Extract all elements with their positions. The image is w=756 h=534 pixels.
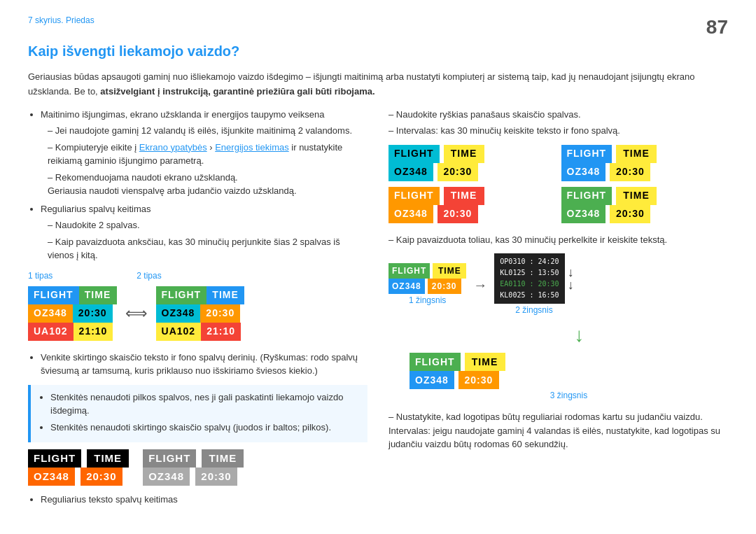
link-energijos: Energijos tiekimas [215,142,289,153]
fb-cell: TIME [616,187,657,205]
step-down-arrow: ↓ [430,321,728,350]
step-arrow-icon: → [473,274,487,295]
fb-cell: 20:30 [458,371,499,389]
step1-board: FLIGHT TIME OZ348 20:30 [388,263,466,294]
step2-item3: EA0110 : 20:30 [500,279,559,290]
flight-board-type1: FLIGHT TIME OZ348 20:30 UA102 21:10 [28,286,117,341]
fb-cell: FLIGHT [561,187,612,205]
flight-board-gray: FLIGHT TIME OZ348 20:30 [143,449,244,486]
bullet-skaiscio: Venkite skirtingo skaisčio teksto ir fon… [41,351,368,378]
fb-cell: 20:30 [200,304,240,323]
right-note-2: Intervalas: kas 30 minučių keiskite teks… [388,124,728,138]
steps-note-list: Kaip pavaizduota toliau, kas 30 minučių … [388,233,728,247]
step3-board: FLIGHT TIME OZ348 20:30 [410,353,505,389]
main-title: Kaip išvengti liekamojo vaizdo? [28,41,728,62]
color-board-2: FLIGHT TIME OZ348 20:30 [561,145,729,181]
fb-cell: 21:10 [201,323,241,341]
last-note-list: Nustatykite, kad logotipas būtų reguliar… [388,410,728,451]
color-board-1: FLIGHT TIME OZ348 20:30 [388,145,556,181]
sub-spalvu-2: Kaip pavaizduota anksčiau, kas 30 minuči… [48,235,368,262]
fb-cell: FLIGHT [388,263,430,279]
fb-cell: FLIGHT [410,353,461,371]
fb-cell: TIME [444,145,484,163]
last-note: Nustatykite, kad logotipas būtų reguliar… [388,410,728,451]
step2-block: OP0310 : 24:20 KL0125 : 13:50 EA0110 : 2… [494,253,573,316]
step-row-12: FLIGHT TIME OZ348 20:30 1 žingsnis [388,253,728,316]
fb-cell: FLIGHT [388,145,440,163]
color-board-4: FLIGHT TIME OZ348 20:30 [561,187,729,223]
fb-cell-gray-flight: FLIGHT [143,449,196,468]
info-box-list: Stenkitės nenaudoti pilkos spalvos, nes … [39,391,359,435]
breadcrumb: 7 skyrius. Priedas [28,14,728,27]
step2-item2: KL0125 : 13:50 [500,267,559,279]
right-note-1: Naudokite ryškias panašaus skaisčio spal… [388,108,728,122]
sub-item-3: Rekomenduojama naudoti ekrano užsklandą.… [48,171,368,198]
bottom-boards: FLIGHT TIME OZ348 20:30 FLIGHT [28,449,368,486]
fb-cell: FLIGHT [388,187,440,205]
step1-label: 1 žingsnis [409,294,446,307]
intro-text: Geriausias būdas apsaugoti gaminį nuo iš… [28,70,728,99]
page: 87 7 skyrius. Priedas Kaip išvengti liek… [0,0,756,534]
fb-cell: 20:30 [610,205,650,223]
right-dash-list: Naudokite ryškias panašaus skaisčio spal… [388,108,728,138]
down-arrows: ↓ ↓ [568,266,574,291]
fb-cell: UA102 [156,323,202,341]
fb-cell: TIME [616,145,657,163]
type-label-2: 2 tipas [136,269,161,282]
fb-cell-black-oz: OZ348 [28,468,75,486]
swap-arrow-icon: ⟺ [125,302,148,325]
right-column: Naudokite ryškias panašaus skaisčio spal… [388,108,728,514]
main-list: Maitinimo išjungimas, ekrano užsklanda i… [28,108,368,262]
sub-list-spalvu: Naudokite 2 spalvas. Kaip pavaizduota an… [41,218,368,262]
step2-label: 2 žingsnis [515,304,552,316]
steps-section: FLIGHT TIME OZ348 20:30 1 žingsnis [388,253,728,402]
flight-boards-row: FLIGHT TIME OZ348 20:30 UA102 21:10 ⟺ [28,286,368,341]
sub-spalvu-1: Naudokite 2 spalvas. [48,218,368,232]
fb-cell: OZ348 [388,205,433,223]
fb-cell: OZ348 [388,163,433,181]
fb-cell: 20:30 [438,205,478,223]
fb-cell: 20:30 [610,163,650,181]
sub-item-1: Jei naudojote gaminį 12 valandų iš eilės… [48,124,368,138]
bullet-maitinimo: Maitinimo išjungimas, ekrano užsklanda i… [41,108,368,198]
page-number: 87 [706,13,728,42]
fb-cell: TIME [206,286,244,304]
step2-item1: OP0310 : 24:20 [500,256,559,267]
fb-cell-gray-oz: OZ348 [143,468,190,486]
fb-cell: OZ348 [561,205,606,223]
fb-cell: FLIGHT [561,145,612,163]
left-column: Maitinimo išjungimas, ekrano užsklanda i… [28,108,368,514]
fb-cell: 20:30 [428,279,461,294]
fb-cell: TIME [433,263,466,279]
step2-list: OP0310 : 24:20 KL0125 : 13:50 EA0110 : 2… [494,253,564,304]
fb-cell: 20:30 [73,304,113,323]
steps-note: Kaip pavaizduota toliau, kas 30 minučių … [388,233,728,247]
fb-cell: OZ348 [410,371,454,389]
fb-cell: OZ348 [388,279,425,294]
info-box: Stenkitės nenaudoti pilkos spalvos, nes … [28,385,368,443]
sub-list-maitinimo: Jei naudojote gaminį 12 valandų iš eilės… [41,124,368,198]
step3-block: FLIGHT TIME OZ348 20:30 3 žingsnis [410,353,728,402]
fb-cell: 20:30 [438,163,478,181]
fb-cell-black-flight: FLIGHT [28,449,81,468]
fb-cell: FLIGHT [156,286,207,304]
type-label-1: 1 tipas [28,269,52,282]
flight-board-type2: FLIGHT TIME OZ348 20:30 UA102 21:10 [156,286,245,341]
fb-cell: OZ348 [561,163,606,181]
fb-cell: FLIGHT [28,286,79,304]
color-board-3: FLIGHT TIME OZ348 20:30 [388,187,556,223]
flight-board-black: FLIGHT TIME OZ348 20:30 [28,449,129,486]
fb-cell: OZ348 [28,304,73,323]
fb-cell: TIME [444,187,484,205]
info-item-2: Stenkitės nenaudoti skirtingo skaisčio s… [50,421,359,435]
step2-content: OP0310 : 24:20 KL0125 : 13:50 EA0110 : 2… [494,253,573,304]
fb-cell-black-time: TIME [87,449,129,468]
bullet-teksto: Reguliarius teksto spalvų keitimas [41,493,368,507]
step3-label: 3 žingsnis [410,389,728,402]
link-ekrano: Ekrano ypatybės [139,142,207,153]
fb-cell: OZ348 [156,304,201,323]
bullet4-list: Reguliarius teksto spalvų keitimas [28,493,368,507]
bullet3-list: Venkite skirtingo skaisčio teksto ir fon… [28,351,368,378]
color-boards-grid: FLIGHT TIME OZ348 20:30 FLIGHT [388,145,728,223]
sub-item-2: Kompiuteryje eikite į Ekrano ypatybės › … [48,141,368,168]
